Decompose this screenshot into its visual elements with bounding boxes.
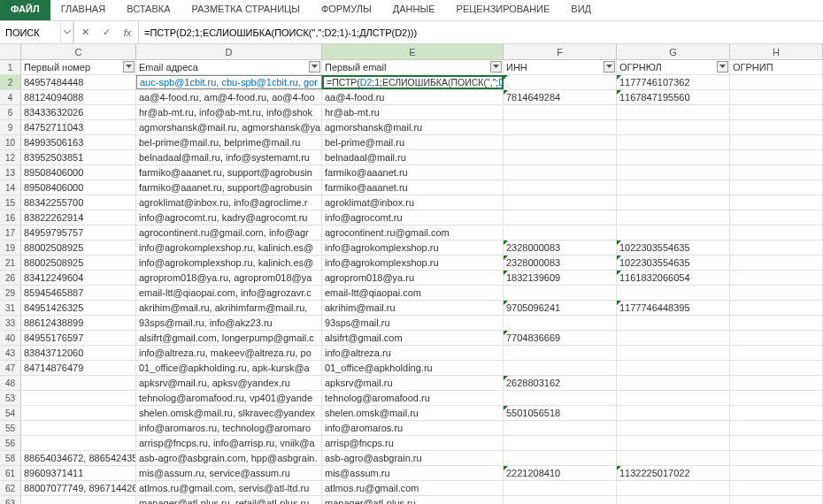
- row-header[interactable]: 15: [0, 195, 21, 210]
- filter-button[interactable]: [717, 61, 728, 73]
- cell[interactable]: [504, 225, 617, 240]
- cell[interactable]: 7814649284: [504, 90, 617, 104]
- cell[interactable]: manager@atl-plus.ru: [322, 496, 504, 504]
- cell[interactable]: [617, 496, 730, 504]
- cell[interactable]: arrisp@fncps.ru, info@arrisp.ru, vniik@a: [136, 436, 322, 450]
- row-header[interactable]: 13: [0, 165, 21, 179]
- cell[interactable]: [730, 210, 823, 225]
- cell[interactable]: [617, 105, 730, 119]
- formula-cancel-button[interactable]: ✕: [74, 22, 96, 43]
- cell[interactable]: manager@atl-plus.ru, retail@atl-plus.ru: [136, 496, 322, 504]
- cell[interactable]: 88612438899: [21, 316, 136, 330]
- row-header[interactable]: 12: [0, 150, 21, 164]
- cell[interactable]: [21, 376, 136, 390]
- cell[interactable]: [21, 391, 136, 405]
- cell[interactable]: [730, 195, 823, 210]
- cell[interactable]: [504, 150, 617, 164]
- cell[interactable]: [730, 105, 823, 119]
- cell[interactable]: [617, 391, 730, 405]
- cell[interactable]: [617, 286, 730, 300]
- cell[interactable]: [617, 120, 730, 134]
- cell[interactable]: belnadaal@mail.ru: [322, 150, 504, 164]
- cell[interactable]: [730, 256, 823, 270]
- cell[interactable]: akrihim@mail.ru: [322, 301, 504, 315]
- formula-confirm-button[interactable]: ✓: [96, 22, 117, 43]
- cell[interactable]: [504, 105, 617, 119]
- cell[interactable]: [617, 481, 730, 495]
- row-header[interactable]: 1: [0, 60, 21, 74]
- cell[interactable]: [730, 286, 823, 300]
- cell[interactable]: bel-prime@mail.ru: [322, 135, 504, 149]
- cell[interactable]: [617, 195, 730, 210]
- cell[interactable]: info@aromaros.ru: [322, 421, 504, 435]
- cell[interactable]: info@aromaros.ru, technolog@aromaro: [136, 421, 322, 435]
- cell[interactable]: info@agrokomplexshop.ru, kalinich.es@: [136, 241, 322, 255]
- filter-button[interactable]: [123, 61, 135, 73]
- cell[interactable]: info@altreza.ru: [322, 346, 504, 360]
- cell[interactable]: [617, 331, 730, 345]
- cell[interactable]: 93sps@mail.ru: [322, 316, 504, 330]
- cell[interactable]: 84993506163: [21, 135, 136, 149]
- row-header[interactable]: 61: [0, 466, 21, 480]
- cell[interactable]: [617, 361, 730, 375]
- cell[interactable]: 83843712060: [21, 346, 136, 360]
- header-cell[interactable]: Email адреса: [136, 60, 322, 74]
- cell[interactable]: asb-agro@asbgrain.com, hpp@asbgrain.: [136, 451, 322, 465]
- name-box-input[interactable]: [0, 22, 60, 43]
- cell[interactable]: 1832139609: [504, 271, 617, 285]
- ribbon-tab-главная[interactable]: ГЛАВНАЯ: [50, 0, 116, 20]
- cell[interactable]: agroprom018@ya.ru, agroprom018@ya: [136, 271, 322, 285]
- cell[interactable]: [730, 346, 823, 360]
- cell[interactable]: hr@ab-mt.ru: [322, 105, 504, 119]
- row-header[interactable]: 4: [0, 90, 21, 104]
- cell[interactable]: agmorshansk@mail.ru: [322, 120, 504, 134]
- cell[interactable]: 1167847195560: [617, 90, 730, 104]
- ribbon-tab-рецензирование[interactable]: РЕЦЕНЗИРОВАНИЕ: [446, 0, 561, 20]
- cell[interactable]: agrocontinent.ru@gmail.com: [322, 225, 504, 240]
- header-cell[interactable]: Первый email: [322, 60, 504, 74]
- cell[interactable]: [504, 75, 617, 89]
- cell[interactable]: [504, 120, 617, 134]
- select-all-corner[interactable]: [0, 44, 21, 59]
- row-header[interactable]: 54: [0, 406, 21, 420]
- cell[interactable]: [730, 165, 823, 179]
- cell[interactable]: 1161832066054: [617, 271, 730, 285]
- cell[interactable]: [21, 421, 136, 435]
- cell[interactable]: 01_office@apkholding.ru, apk-kursk@a: [136, 361, 322, 375]
- cell[interactable]: 1022303554635: [617, 241, 730, 255]
- cell[interactable]: [504, 180, 617, 195]
- row-header[interactable]: 48: [0, 376, 21, 390]
- cell[interactable]: hr@ab-mt.ru, info@ab-mt.ru, info@shok: [136, 105, 322, 119]
- header-cell[interactable]: ИНН: [504, 60, 617, 74]
- row-header[interactable]: 21: [0, 256, 21, 270]
- cell[interactable]: 83412249604: [21, 271, 136, 285]
- cell[interactable]: [617, 135, 730, 149]
- cell[interactable]: 84714876479: [21, 361, 136, 375]
- cell[interactable]: alsifrt@gmail.com: [322, 331, 504, 345]
- cell[interactable]: arrisp@fncps.ru: [322, 436, 504, 450]
- cell[interactable]: 85945465887: [21, 286, 136, 300]
- cell[interactable]: info@agrocomt.ru: [322, 210, 504, 225]
- cell[interactable]: shelen.omsk@mail.ru: [322, 406, 504, 420]
- header-cell[interactable]: ОГРНИП: [730, 60, 823, 74]
- cell[interactable]: 83952503851: [21, 150, 136, 164]
- cell[interactable]: bel-prime@mail.ru, belprime@mail.ru: [136, 135, 322, 149]
- row-header[interactable]: 2: [0, 75, 21, 89]
- cell[interactable]: asb-agro@asbgrain.ru: [322, 451, 504, 465]
- cell[interactable]: 83822262914: [21, 210, 136, 225]
- cell[interactable]: agroprom018@ya.ru: [322, 271, 504, 285]
- cell[interactable]: atlmos.ru@gmail.com, servis@atl-ltd.ru: [136, 481, 322, 495]
- cell[interactable]: [730, 180, 823, 195]
- formula-input[interactable]: [139, 22, 823, 43]
- cell[interactable]: aa@4-food.ru: [322, 90, 504, 104]
- cell[interactable]: [21, 436, 136, 450]
- cell[interactable]: [730, 376, 823, 390]
- row-header[interactable]: 19: [0, 241, 21, 255]
- row-header[interactable]: 26: [0, 271, 21, 285]
- cell[interactable]: 01_office@apkholding.ru: [322, 361, 504, 375]
- cell[interactable]: akrihim@mail.ru, akrihimfarm@mail.ru,: [136, 301, 322, 315]
- cell[interactable]: 9705096241: [504, 301, 617, 315]
- cell[interactable]: 88002508925: [21, 256, 136, 270]
- cell[interactable]: [730, 481, 823, 495]
- cell[interactable]: 89508406000: [21, 165, 136, 179]
